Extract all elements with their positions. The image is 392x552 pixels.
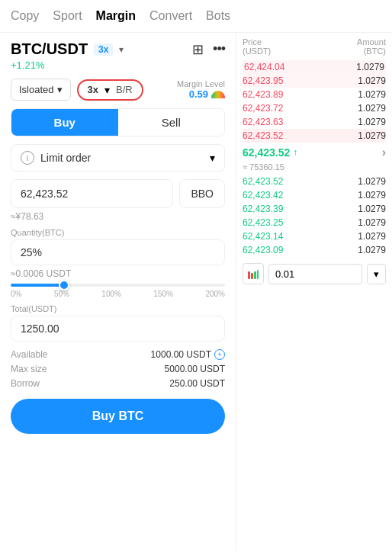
- main-layout: BTC/USDT 3x ▾ ⊞ ••• +1.21% Isloated ▾ 3x…: [0, 33, 392, 551]
- order-type-row[interactable]: i Limit order ▾: [11, 144, 225, 172]
- svg-rect-0: [248, 271, 250, 279]
- slider-fill: [11, 284, 64, 287]
- asks-list: 62,424.04 1.0279 62,423.95 1.0279 62,423…: [243, 60, 386, 143]
- leverage-br-box[interactable]: 3x ▾ B/R: [77, 79, 143, 101]
- maxsize-value: 5000.00 USDT: [165, 364, 225, 374]
- nav-copy[interactable]: Copy: [11, 6, 39, 26]
- pair-title: BTC/USDT 3x ▾: [11, 40, 124, 58]
- slider-track: [11, 284, 225, 287]
- buy-sell-tabs: Buy Sell: [11, 108, 225, 136]
- controls-row: Isloated ▾ 3x ▾ B/R Margin Level 0.59: [11, 79, 225, 101]
- slider-label-50: 50%: [54, 290, 69, 298]
- total-input-row[interactable]: 1250.00: [11, 316, 225, 342]
- ask-row[interactable]: 62,423.72 1.0279: [243, 101, 386, 115]
- nav-margin[interactable]: Margin: [96, 6, 136, 26]
- maxsize-label: Max size: [11, 364, 47, 374]
- slider-labels: 0% 50% 100% 150% 200%: [11, 290, 225, 298]
- bid-row[interactable]: 62,423.39 1.0279: [243, 202, 386, 216]
- available-label: Available: [11, 349, 47, 360]
- pair-dropdown-arrow[interactable]: ▾: [119, 44, 124, 55]
- approx-usdt: ≈0.0006 USDT: [11, 268, 225, 279]
- borrow-label: Borrow: [11, 378, 40, 389]
- approx-yen: ≈¥78.63: [11, 211, 225, 222]
- price-input-row: 62,423.52 BBO: [11, 179, 225, 208]
- maxsize-row: Max size 5000.00 USDT: [11, 364, 225, 374]
- ob-amount-header: Amount (BTC): [357, 37, 386, 56]
- buy-button[interactable]: Buy BTC: [11, 399, 225, 434]
- total-label: Total(USDT): [11, 304, 225, 313]
- bottom-row: 0.01 ▾: [243, 263, 386, 284]
- more-icon[interactable]: •••: [213, 41, 225, 57]
- ask-row[interactable]: 62,423.63 1.0279: [243, 115, 386, 129]
- dropdown-arrow-icon: ▾: [374, 268, 379, 280]
- pair-header: BTC/USDT 3x ▾ ⊞ •••: [11, 40, 225, 58]
- svg-rect-2: [254, 271, 256, 279]
- gauge-icon: [211, 91, 225, 98]
- ask-row[interactable]: 62,423.95 1.0279: [243, 74, 386, 88]
- mid-price-arrow: ↑: [293, 147, 297, 158]
- slider-thumb[interactable]: [59, 280, 69, 290]
- ob-expand-arrow[interactable]: ›: [382, 146, 386, 159]
- slider-label-0: 0%: [11, 290, 21, 298]
- isolated-chevron: ▾: [57, 84, 63, 95]
- mid-price[interactable]: 62,423.52 ↑ ›: [243, 143, 386, 162]
- ask-row[interactable]: 62,423.52 1.0279: [243, 129, 386, 143]
- layout-icon[interactable]: ⊞: [192, 41, 204, 58]
- mid-price-approx: ≈ 75360.15: [243, 162, 386, 172]
- price-change: +1.21%: [11, 59, 225, 71]
- ask-row[interactable]: 62,424.04 1.0279: [243, 60, 386, 74]
- chart-depth-icon[interactable]: [243, 263, 264, 284]
- ob-price-header: Price (USDT): [243, 37, 271, 56]
- pair-name[interactable]: BTC/USDT: [11, 40, 88, 58]
- bids-list: 62,423.52 1.0279 62,423.42 1.0279 62,423…: [243, 175, 386, 257]
- slider-label-200: 200%: [205, 290, 225, 298]
- margin-level-box: Margin Level 0.59: [177, 79, 225, 100]
- bid-row[interactable]: 62,423.42 1.0279: [243, 188, 386, 202]
- header-icons: ⊞ •••: [192, 41, 225, 58]
- available-row: Available 1000.00 USDT +: [11, 349, 225, 360]
- bid-row[interactable]: 62,423.52 1.0279: [243, 175, 386, 188]
- qty-label: Quantity(BTC): [11, 228, 225, 237]
- slider-label-100: 100%: [101, 290, 121, 298]
- margin-level-value: 0.59: [177, 88, 225, 100]
- isolated-select[interactable]: Isloated ▾: [11, 79, 71, 101]
- leverage-value: 3x: [88, 84, 98, 95]
- isolated-label: Isloated: [19, 84, 54, 95]
- available-value: 1000.00 USDT +: [151, 349, 225, 360]
- order-type-label: Limit order: [40, 152, 210, 164]
- borrow-value: 250.00 USDT: [169, 378, 225, 389]
- borrow-row: Borrow 250.00 USDT: [11, 378, 225, 389]
- order-info-icon: i: [21, 151, 34, 165]
- svg-rect-1: [251, 273, 253, 279]
- leverage-chevron: ▾: [104, 84, 110, 96]
- price-input[interactable]: 62,423.52: [11, 179, 173, 208]
- svg-rect-3: [257, 270, 259, 279]
- tab-buy[interactable]: Buy: [11, 109, 118, 136]
- total-value: 1250.00: [21, 323, 215, 335]
- slider-container[interactable]: 0% 50% 100% 150% 200%: [11, 284, 225, 298]
- bid-row[interactable]: 62,423.14 1.0279: [243, 229, 386, 243]
- ask-row[interactable]: 62,423.89 1.0279: [243, 88, 386, 101]
- order-type-chevron: ▾: [210, 152, 215, 164]
- lot-size-input[interactable]: 0.01: [268, 264, 362, 284]
- bbo-button[interactable]: BBO: [179, 179, 225, 208]
- orderbook-header: Price (USDT) Amount (BTC): [243, 37, 386, 56]
- left-panel: BTC/USDT 3x ▾ ⊞ ••• +1.21% Isloated ▾ 3x…: [0, 33, 236, 551]
- nav-sport[interactable]: Sport: [53, 6, 82, 26]
- available-info-icon[interactable]: +: [214, 349, 225, 360]
- qty-value: 25%: [21, 246, 215, 258]
- lot-size-dropdown[interactable]: ▾: [367, 264, 386, 284]
- bid-row[interactable]: 62,423.25 1.0279: [243, 216, 386, 229]
- margin-level-label: Margin Level: [177, 79, 225, 88]
- right-panel: Price (USDT) Amount (BTC) 62,424.04 1.02…: [236, 33, 392, 551]
- top-navigation: Copy Sport Margin Convert Bots: [0, 0, 392, 33]
- qty-input-row[interactable]: 25%: [11, 239, 225, 265]
- slider-label-150: 150%: [153, 290, 173, 298]
- br-label: B/R: [116, 84, 133, 95]
- tab-sell[interactable]: Sell: [118, 109, 225, 136]
- pair-leverage-badge[interactable]: 3x: [94, 43, 113, 56]
- bid-row[interactable]: 62,423.09 1.0279: [243, 243, 386, 257]
- nav-convert[interactable]: Convert: [149, 6, 192, 26]
- nav-bots[interactable]: Bots: [206, 6, 230, 26]
